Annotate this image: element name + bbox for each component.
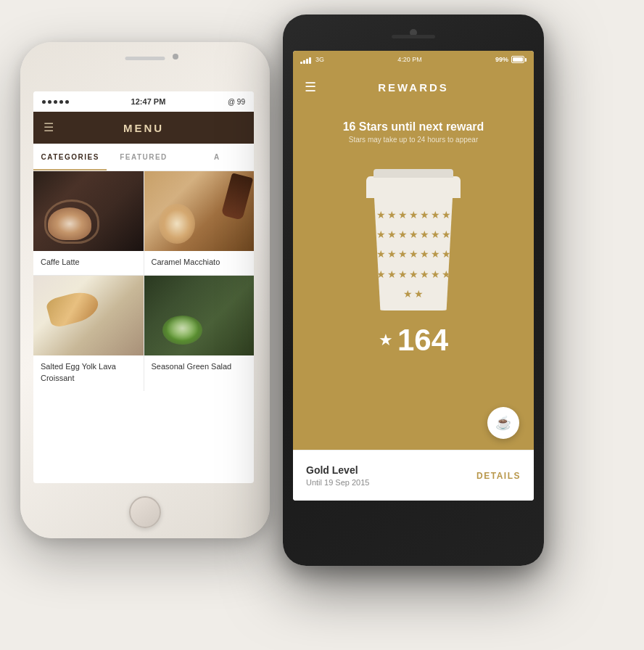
signal-bar-2 xyxy=(303,60,305,64)
android-screen-inner: 3G 4:20 PM 99% ☰ xyxy=(293,51,534,501)
cup-star-28: ★ xyxy=(442,268,451,280)
cup-star-22: ★ xyxy=(376,268,386,280)
signal-dot-1 xyxy=(42,100,46,104)
iphone-tabs: CATEGORIES FEATURED A xyxy=(33,144,254,171)
cup-star-26: ★ xyxy=(420,268,429,280)
cup-star-14: ★ xyxy=(442,229,451,240)
rewards-bottom-bar: Gold Level Until 19 Sep 2015 DETAILS xyxy=(293,450,534,501)
cup-star-10: ★ xyxy=(398,229,408,240)
android-network: 3G xyxy=(315,56,324,63)
android-status-left: 3G xyxy=(300,55,324,64)
signal-bar-1 xyxy=(300,62,302,64)
cup-star-1: ★ xyxy=(376,209,386,221)
android-header: ☰ REWARDS xyxy=(293,68,534,106)
cup-star-9: ★ xyxy=(387,229,397,240)
rewards-level-info: Gold Level Until 19 Sep 2015 xyxy=(306,464,369,487)
android-menu-icon[interactable]: ☰ xyxy=(305,81,316,94)
cup-star-11: ★ xyxy=(409,229,418,240)
android-battery-pct: 99% xyxy=(495,56,508,63)
android-time: 4:20 PM xyxy=(397,56,422,63)
cup-star-16: ★ xyxy=(387,248,397,260)
cup-star-17: ★ xyxy=(398,248,408,260)
cup-lid xyxy=(366,176,461,198)
cup-star-3: ★ xyxy=(398,209,408,221)
cup-shape: ★ ★ ★ ★ ★ ★ ★ ★ ★ ★ ★ ★ xyxy=(366,176,461,310)
cup-star-2: ★ xyxy=(387,209,397,221)
rewards-stars-sub: Stars may take up to 24 hours to appear xyxy=(349,136,478,144)
macchiato-image xyxy=(144,171,255,251)
cup-star-19: ★ xyxy=(420,248,429,260)
android-status-bar: 3G 4:20 PM 99% xyxy=(293,51,534,68)
battery-body xyxy=(511,56,524,63)
battery-fill xyxy=(513,57,523,62)
rewards-content: 16 Stars until next reward Stars may tak… xyxy=(293,106,534,450)
iphone-time: 12:47 PM xyxy=(131,97,166,106)
rewards-fab-button[interactable]: ☕ xyxy=(487,407,519,439)
iphone-battery: @ 99 xyxy=(228,98,245,106)
rewards-until-text: Until 19 Sep 2015 xyxy=(306,478,369,487)
android-shell: 3G 4:20 PM 99% ☰ xyxy=(283,15,544,566)
cup-star-25: ★ xyxy=(409,268,418,280)
iphone-menu-icon[interactable]: ☰ xyxy=(44,122,54,133)
cup-star-20: ★ xyxy=(431,248,440,260)
cup-star-30: ★ xyxy=(414,288,424,300)
rewards-fab-icon: ☕ xyxy=(495,415,511,431)
cup-star-8: ★ xyxy=(376,229,386,240)
signal-dot-2 xyxy=(48,100,51,104)
signal-dot-4 xyxy=(59,100,63,104)
cup-star-24: ★ xyxy=(398,268,408,280)
iphone-menu-grid: Caffe Latte Caramel Macchiato Salted Egg… xyxy=(33,171,254,391)
signal-bar-4 xyxy=(309,57,311,64)
cup-star-18: ★ xyxy=(409,248,418,260)
cup-star-6: ★ xyxy=(431,209,440,221)
cup-body: ★ ★ ★ ★ ★ ★ ★ ★ ★ ★ ★ ★ xyxy=(370,198,457,310)
iphone-header: ☰ MENU xyxy=(33,112,254,144)
menu-item-croissant[interactable]: Salted Egg Yolk Lava Croissant xyxy=(33,276,144,391)
rewards-level-text: Gold Level xyxy=(306,464,369,476)
rewards-count-number: 164 xyxy=(397,325,448,355)
cup-star-27: ★ xyxy=(431,268,440,280)
rewards-details-button[interactable]: DETAILS xyxy=(476,471,521,481)
menu-item-salad[interactable]: Seasonal Green Salad xyxy=(144,276,255,391)
signal-dot-3 xyxy=(54,100,57,104)
android-screen: 3G 4:20 PM 99% ☰ xyxy=(293,51,534,501)
iphone-speaker xyxy=(125,57,165,60)
iphone-home-button[interactable] xyxy=(129,496,161,528)
latte-image xyxy=(33,171,144,251)
cup-star-29: ★ xyxy=(403,288,413,300)
android-signal-icon xyxy=(300,55,311,64)
android-header-title: REWARDS xyxy=(378,81,449,94)
croissant-image xyxy=(33,276,144,355)
cup-star-12: ★ xyxy=(420,229,429,240)
iphone-screen: 12:47 PM @ 99 ☰ MENU CATEGORIES FEATURED… xyxy=(33,91,254,483)
tab-a[interactable]: A xyxy=(181,144,254,170)
cup-star-15: ★ xyxy=(376,248,386,260)
android-speaker xyxy=(392,35,435,38)
latte-label: Caffe Latte xyxy=(33,251,144,275)
tab-categories[interactable]: CATEGORIES xyxy=(33,144,107,170)
iphone-status-bar: 12:47 PM @ 99 xyxy=(33,91,254,112)
cup-star-21: ★ xyxy=(442,248,451,260)
salad-label: Seasonal Green Salad xyxy=(144,355,255,379)
menu-item-latte[interactable]: Caffe Latte xyxy=(33,171,144,275)
iphone-header-title: MENU xyxy=(123,122,164,134)
rewards-count: ★ 164 xyxy=(379,325,448,355)
macchiato-label: Caramel Macchiato xyxy=(144,251,255,275)
menu-item-macchiato[interactable]: Caramel Macchiato xyxy=(144,171,255,275)
android-status-right: 99% xyxy=(495,56,527,63)
battery-icon xyxy=(511,56,527,63)
cup-star-13: ★ xyxy=(431,229,440,240)
cup-star-7: ★ xyxy=(442,209,451,221)
cup-star-4: ★ xyxy=(409,209,418,221)
signal-bar-3 xyxy=(306,59,308,64)
rewards-count-star-icon: ★ xyxy=(379,331,393,350)
cup-star-5: ★ xyxy=(420,209,429,221)
cup-star-23: ★ xyxy=(387,268,397,280)
phones-container: 12:47 PM @ 99 ☰ MENU CATEGORIES FEATURED… xyxy=(0,0,644,650)
iphone-camera xyxy=(173,54,178,59)
iphone-signal-dots xyxy=(42,100,69,104)
rewards-stars-text: 16 Stars until next reward xyxy=(343,120,484,133)
salad-image xyxy=(144,276,255,355)
tab-featured[interactable]: FEATURED xyxy=(107,144,180,170)
rewards-cup: ★ ★ ★ ★ ★ ★ ★ ★ ★ ★ ★ ★ xyxy=(355,155,471,314)
